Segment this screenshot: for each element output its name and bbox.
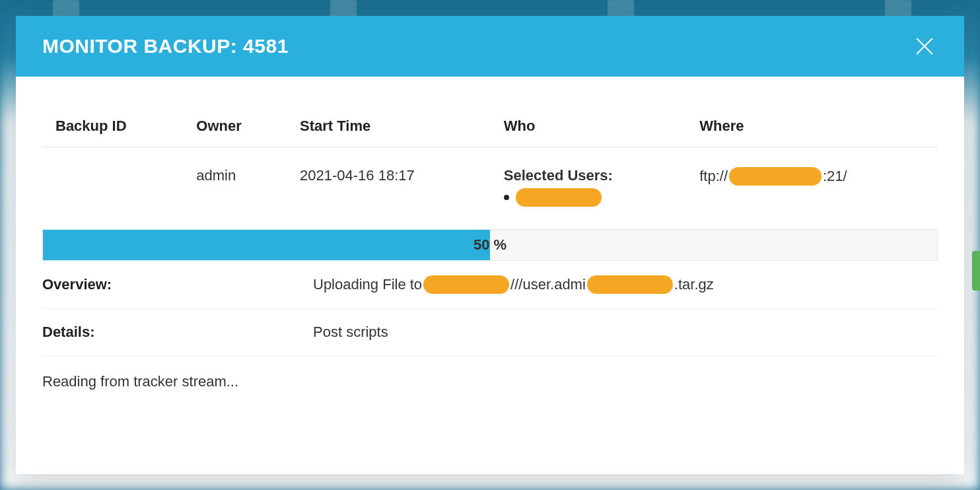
status-text: Reading from tracker stream... bbox=[42, 356, 938, 390]
cell-where: ftp:// :21/ bbox=[686, 147, 938, 227]
cell-who: Selected Users: bbox=[491, 147, 686, 227]
col-start-time: Start Time bbox=[287, 110, 491, 147]
overview-label: Overview: bbox=[42, 276, 313, 293]
overview-prefix: Uploading File to bbox=[313, 276, 422, 293]
redacted-user bbox=[516, 188, 602, 207]
backup-info-table: Backup ID Owner Start Time Who Where adm… bbox=[42, 110, 938, 227]
redacted-ip bbox=[423, 275, 509, 294]
monitor-backup-modal: MONITOR BACKUP: 4581 Backup ID Owner Sta… bbox=[16, 16, 964, 474]
bullet-icon bbox=[504, 195, 509, 200]
cell-owner: admin bbox=[183, 147, 287, 227]
cell-start-time: 2021-04-16 18:17 bbox=[287, 147, 491, 227]
selected-users-label: Selected Users: bbox=[504, 167, 673, 184]
redacted-host bbox=[729, 167, 822, 186]
modal-body: Backup ID Owner Start Time Who Where adm… bbox=[16, 77, 964, 474]
where-suffix: :21/ bbox=[823, 168, 847, 185]
close-button[interactable] bbox=[911, 33, 938, 59]
overview-row: Overview: Uploading File to ///user.admi… bbox=[42, 261, 938, 309]
progress-label: 50 % bbox=[473, 236, 507, 254]
details-label: Details: bbox=[42, 324, 313, 341]
side-notification-tab bbox=[972, 251, 980, 291]
table-row: admin 2021-04-16 18:17 Selected Users: f… bbox=[42, 147, 938, 227]
redacted-filename bbox=[587, 275, 673, 294]
overview-mid: ///user.admi bbox=[510, 276, 586, 293]
overview-suffix: .tar.gz bbox=[674, 276, 714, 293]
modal-header: MONITOR BACKUP: 4581 bbox=[16, 16, 964, 77]
col-where: Where bbox=[686, 110, 938, 147]
cell-backup-id bbox=[42, 147, 183, 227]
col-who: Who bbox=[491, 110, 686, 147]
selected-user-item bbox=[504, 188, 673, 207]
col-backup-id: Backup ID bbox=[42, 110, 183, 147]
details-value: Post scripts bbox=[313, 324, 388, 341]
close-icon bbox=[914, 36, 935, 57]
col-owner: Owner bbox=[183, 110, 287, 147]
progress-bar: 50 % bbox=[42, 229, 938, 261]
overview-value: Uploading File to ///user.admi .tar.gz bbox=[313, 275, 714, 294]
progress-fill bbox=[43, 230, 490, 260]
where-prefix: ftp:// bbox=[699, 168, 728, 185]
details-row: Details: Post scripts bbox=[42, 309, 938, 356]
modal-title: MONITOR BACKUP: 4581 bbox=[42, 35, 289, 57]
